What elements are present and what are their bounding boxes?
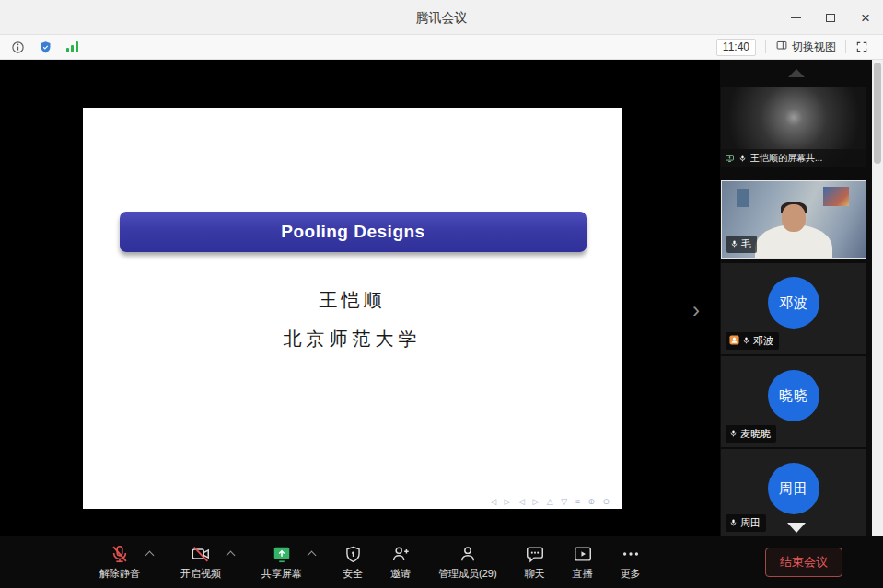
participant-name: 毛 xyxy=(741,237,751,251)
mic-icon xyxy=(729,429,738,440)
meeting-toolbar: 11:40 切换视图 xyxy=(0,35,883,60)
security-shield-icon[interactable] xyxy=(39,40,52,54)
network-signal-icon[interactable] xyxy=(66,41,78,52)
invite-button[interactable]: 邀请 xyxy=(390,544,411,581)
unmute-button[interactable]: 解除静音 xyxy=(99,544,140,581)
wall-art-decoration xyxy=(823,187,849,206)
share-screen-label: 共享屏幕 xyxy=(261,567,302,581)
start-video-button[interactable]: 开启视频 xyxy=(180,544,221,581)
collapse-panel-chevron-icon[interactable]: › xyxy=(692,297,700,323)
live-stream-button[interactable]: 直播 xyxy=(573,544,593,581)
mic-icon xyxy=(742,336,750,347)
avatar: 周田 xyxy=(768,463,819,514)
invite-label: 邀请 xyxy=(390,567,411,581)
participant-tile[interactable]: 晓晓 麦晓晓 xyxy=(721,356,866,447)
wall-art-decoration xyxy=(737,189,749,207)
manage-members-button[interactable]: 管理成员(29) xyxy=(438,544,497,581)
live-stream-label: 直播 xyxy=(573,567,593,581)
beamer-navigation-icons: ◁ ▷ ◁ ▷ △ ▽ ≡ ⊕ ⊖ xyxy=(490,497,612,506)
participants-panel: 王恺顺的屏幕共... 毛 邓波 xyxy=(720,60,872,536)
shield-icon xyxy=(343,544,363,564)
more-dots-icon xyxy=(621,544,641,564)
participant-name: 王恺顺的屏幕共... xyxy=(750,152,822,165)
unmute-label: 解除静音 xyxy=(99,567,140,581)
participant-label-chip: 毛 xyxy=(726,236,757,253)
security-button[interactable]: 安全 xyxy=(343,544,363,581)
close-icon: × xyxy=(861,10,870,26)
video-options-caret-icon[interactable] xyxy=(227,551,236,560)
switch-view-label: 切换视图 xyxy=(792,40,836,55)
chat-bubble-icon xyxy=(525,544,545,564)
presentation-slide: Pooling Designs 王恺顺 北京师范大学 ◁ ▷ ◁ ▷ △ ▽ ≡… xyxy=(83,108,622,509)
chat-label: 聊天 xyxy=(525,567,545,581)
end-meeting-button[interactable]: 结束会议 xyxy=(765,548,842,577)
toolbar-separator xyxy=(765,40,766,53)
avatar: 邓波 xyxy=(768,277,819,329)
participant-name: 麦晓晓 xyxy=(740,427,771,441)
participant-tile[interactable]: 邓波 邓波 xyxy=(721,263,866,354)
shared-screen-area: Pooling Designs 王恺顺 北京师范大学 ◁ ▷ ◁ ▷ △ ▽ ≡… xyxy=(0,60,720,536)
scroll-down-arrow-icon[interactable] xyxy=(787,523,806,533)
more-label: 更多 xyxy=(621,567,641,581)
scroll-up-arrow-icon[interactable] xyxy=(788,69,805,77)
scrollbar-thumb[interactable] xyxy=(874,63,881,164)
tencent-meeting-window: 腾讯会议 × 11:40 切换视图 xyxy=(0,0,883,588)
mic-icon xyxy=(730,239,738,250)
vertical-scrollbar[interactable] xyxy=(872,60,883,536)
participant-label-bar: 王恺顺的屏幕共... xyxy=(721,149,866,167)
members-icon xyxy=(458,544,478,564)
window-controls: × xyxy=(778,0,883,35)
camera-off-icon xyxy=(191,544,211,564)
muted-mic-icon xyxy=(110,544,130,564)
minimize-icon xyxy=(791,17,801,18)
meeting-clock: 11:40 xyxy=(716,39,756,56)
maximize-button[interactable] xyxy=(813,0,848,35)
slide-title-banner: Pooling Designs xyxy=(120,212,587,252)
share-options-caret-icon[interactable] xyxy=(308,551,317,560)
chat-button[interactable]: 聊天 xyxy=(525,544,545,581)
host-badge-icon xyxy=(729,335,739,347)
mic-icon xyxy=(738,150,747,167)
toolbar-left xyxy=(11,40,78,54)
participant-name: 邓波 xyxy=(753,334,773,348)
close-button[interactable]: × xyxy=(848,0,883,35)
control-buttons-row: 解除静音 开启视频 共享屏幕 xyxy=(99,544,641,581)
live-play-icon xyxy=(573,544,593,564)
layout-view-icon xyxy=(775,40,788,54)
manage-members-label: 管理成员(29) xyxy=(438,567,497,581)
security-label: 安全 xyxy=(343,567,363,581)
mute-options-caret-icon[interactable] xyxy=(145,551,155,560)
screenshare-icon xyxy=(725,150,735,167)
toolbar-right: 11:40 切换视图 xyxy=(716,39,872,56)
participant-tile-screenshare[interactable]: 王恺顺的屏幕共... xyxy=(721,87,866,167)
maximize-icon xyxy=(826,14,835,22)
minimize-button[interactable] xyxy=(778,0,813,35)
slide-title: Pooling Designs xyxy=(281,222,424,242)
slide-author: 王恺顺 xyxy=(83,288,622,313)
mic-icon xyxy=(729,518,738,529)
start-video-label: 开启视频 xyxy=(180,567,221,581)
bottom-control-bar: 解除静音 开启视频 共享屏幕 xyxy=(0,536,883,588)
participant-label-chip: 周田 xyxy=(726,514,766,532)
slide-affiliation: 北京师范大学 xyxy=(83,327,622,352)
avatar: 晓晓 xyxy=(768,370,819,421)
invite-person-icon xyxy=(390,544,411,564)
meeting-info-icon[interactable] xyxy=(11,40,25,54)
person-silhouette xyxy=(782,204,806,232)
participant-name: 周田 xyxy=(740,516,761,530)
share-screen-button[interactable]: 共享屏幕 xyxy=(261,544,302,581)
participant-label-chip: 邓波 xyxy=(726,332,779,350)
participant-label-chip: 麦晓晓 xyxy=(726,425,776,443)
switch-view-button[interactable]: 切换视图 xyxy=(775,40,836,55)
share-screen-icon xyxy=(272,544,292,564)
title-bar: 腾讯会议 × xyxy=(0,0,883,35)
participant-tile-active-speaker[interactable]: 毛 xyxy=(721,180,866,259)
window-title: 腾讯会议 xyxy=(0,0,883,35)
toolbar-separator xyxy=(845,40,846,53)
more-button[interactable]: 更多 xyxy=(621,544,641,581)
fullscreen-icon[interactable] xyxy=(855,40,868,53)
